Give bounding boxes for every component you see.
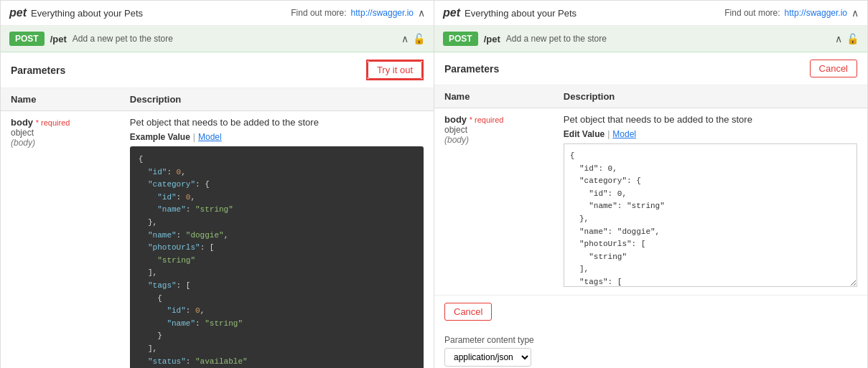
table-row: body * required object (body) Pet object…: [1, 111, 434, 369]
right-cancel-button[interactable]: Cancel: [444, 303, 492, 321]
right-required-badge: * required: [470, 115, 504, 124]
left-panel: pet Everything about your Pets Find out …: [0, 0, 434, 368]
left-panel-content: Name Description body * required object …: [1, 88, 434, 368]
left-required-badge: * required: [36, 118, 70, 127]
try-it-out-button[interactable]: Try it out: [368, 61, 422, 79]
right-content-type-label: Parameter content type: [444, 335, 857, 345]
right-app-title-desc: Everything about your Pets: [465, 8, 577, 19]
right-method-badge: POST: [443, 32, 478, 46]
right-chevron-icon[interactable]: ∧: [851, 7, 859, 19]
left-param-sub: (body): [11, 138, 110, 148]
right-parameters-header: Parameters Cancel: [434, 52, 867, 85]
left-model-tab[interactable]: Model: [198, 132, 222, 142]
right-endpoint-right: ∧ 🔓: [835, 33, 859, 44]
right-param-table: Name Description body * required object …: [434, 85, 867, 296]
right-edit-textarea[interactable]: { "id": 0, "category": { "id": 0, "name"…: [564, 143, 857, 287]
right-endpoint-bar: POST /pet Add a new pet to the store ∧ 🔓: [434, 26, 867, 52]
right-panel: pet Everything about your Pets Find out …: [434, 0, 868, 368]
left-app-title: pet Everything about your Pets: [9, 6, 143, 19]
right-panel-content: Name Description body * required object …: [434, 85, 867, 368]
left-swagger-link[interactable]: http://swagger.io: [351, 8, 414, 18]
left-param-table: Name Description body * required object …: [1, 88, 434, 368]
right-tab-sep: |: [607, 129, 610, 139]
left-endpoint-bar: POST /pet Add a new pet to the store ∧ 🔓: [1, 26, 434, 52]
right-find-out-more: Find out more:: [724, 8, 780, 18]
right-app-title-pet: pet: [443, 6, 460, 19]
left-param-desc: Pet object that needs to be added to the…: [130, 117, 424, 128]
left-desc-col-header: Description: [120, 88, 434, 111]
left-app-title-desc: Everything about your Pets: [31, 8, 143, 19]
left-find-out-more: Find out more:: [291, 8, 346, 18]
left-tab-sep: |: [193, 132, 195, 142]
left-endpoint-path: /pet: [50, 34, 67, 44]
left-endpoint-desc: Add a new pet to the store: [73, 34, 173, 44]
left-example-tabs: Example Value | Model: [130, 132, 424, 142]
right-parameters-title: Parameters: [444, 63, 499, 75]
left-try-it-wrapper: Try it out: [366, 60, 424, 80]
right-model-tab[interactable]: Model: [612, 129, 636, 139]
right-swagger-link[interactable]: http://swagger.io: [785, 8, 847, 18]
left-param-name: body * required: [11, 117, 110, 128]
left-param-type: object: [11, 128, 110, 138]
left-endpoint-chevron[interactable]: ∧: [401, 33, 409, 44]
right-cancel-header-button[interactable]: Cancel: [810, 60, 857, 77]
left-example-value-tab[interactable]: Example Value: [130, 132, 190, 142]
right-endpoint-chevron[interactable]: ∧: [835, 33, 842, 44]
left-lock-icon[interactable]: 🔓: [413, 33, 425, 44]
right-content-type-row: Parameter content type application/json …: [434, 328, 867, 368]
left-app-header: pet Everything about your Pets Find out …: [1, 1, 434, 26]
right-param-sub: (body): [444, 135, 543, 145]
right-param-type: object: [444, 125, 543, 135]
right-desc-col-header: Description: [554, 85, 867, 108]
left-param-desc-cell: Pet object that needs to be added to the…: [120, 111, 434, 369]
left-parameters-title: Parameters: [11, 65, 65, 76]
right-app-header: pet Everything about your Pets Find out …: [434, 1, 867, 26]
right-param-desc-cell: Pet object that needs to be added to the…: [554, 108, 867, 296]
right-name-col-header: Name: [434, 85, 554, 108]
right-cancel-row: Cancel: [434, 296, 867, 328]
left-app-title-pet: pet: [9, 6, 27, 19]
right-app-title: pet Everything about your Pets: [443, 6, 577, 19]
left-endpoint-right: ∧ 🔓: [401, 33, 425, 44]
right-header-right: Find out more: http://swagger.io ∧: [724, 7, 859, 19]
left-chevron-icon[interactable]: ∧: [418, 7, 425, 19]
right-param-name-cell: body * required object (body): [434, 108, 554, 296]
right-edit-value-tab[interactable]: Edit Value: [564, 129, 605, 139]
table-row: body * required object (body) Pet object…: [434, 108, 867, 296]
left-name-col-header: Name: [1, 88, 120, 111]
right-lock-icon[interactable]: 🔓: [846, 33, 859, 44]
right-param-desc: Pet object that needs to be added to the…: [564, 114, 857, 125]
left-code-block: { "id": 0, "category": { "id": 0, "name"…: [130, 146, 424, 368]
left-header-right: Find out more: http://swagger.io ∧: [291, 7, 425, 19]
right-example-tabs: Edit Value | Model: [564, 129, 857, 139]
right-endpoint-path: /pet: [484, 34, 500, 44]
left-parameters-header: Parameters Try it out: [1, 52, 434, 88]
right-param-name: body * required: [444, 114, 543, 125]
left-method-badge: POST: [9, 32, 45, 46]
right-content-type-select[interactable]: application/json application/xml text/pl…: [444, 348, 531, 367]
left-param-name-cell: body * required object (body): [1, 111, 120, 369]
right-endpoint-desc: Add a new pet to the store: [506, 34, 607, 44]
